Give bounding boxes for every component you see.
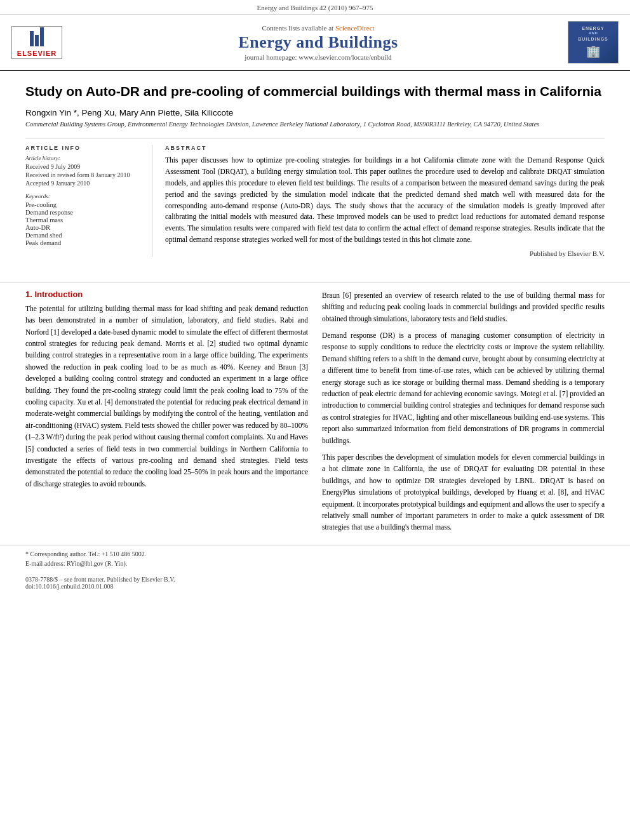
right-paragraph-2: Demand response (DR) is a process of man…	[322, 330, 605, 446]
journal-homepage: journal homepage: www.elsevier.com/locat…	[69, 53, 568, 61]
journal-title: Energy and Buildings	[69, 33, 568, 52]
authors: Rongxin Yin *, Peng Xu, Mary Ann Piette,…	[25, 108, 605, 117]
received-date: Received 9 July 2009	[25, 163, 143, 170]
bottom-bar: 0378-7788/$ – see front matter. Publishe…	[0, 573, 630, 592]
intro-heading: 1. Introduction	[25, 290, 308, 299]
footnote-corresponding: * Corresponding author. Tel.: +1 510 486…	[25, 549, 605, 559]
received-revised-date: Received in revised form 8 January 2010	[25, 171, 143, 178]
elsevier-logo: ELSEVIER	[11, 26, 69, 59]
journal-header: ELSEVIER Contents lists available at Sci…	[0, 15, 630, 71]
right-body-text: Braun [6] presented an overview of resea…	[322, 290, 605, 533]
journal-badge: ENERGY AND BUILDINGS 🏢	[568, 21, 619, 63]
keyword-2: Demand response	[25, 209, 143, 216]
abstract-text: This paper discusses how to optimize pre…	[165, 155, 605, 246]
body-left-col: 1. Introduction The potential for utiliz…	[25, 290, 308, 538]
journal-citation: Energy and Buildings 42 (2010) 967–975	[0, 0, 630, 15]
sciencedirect-line: Contents lists available at ScienceDirec…	[69, 24, 568, 32]
body-section: 1. Introduction The potential for utiliz…	[0, 290, 630, 538]
history-label: Article history:	[25, 155, 143, 161]
keyword-3: Thermal mass	[25, 217, 143, 223]
body-right-col: Braun [6] presented an overview of resea…	[322, 290, 605, 538]
published-by: Published by Elsevier B.V.	[165, 250, 605, 257]
keywords-label: Keywords:	[25, 193, 143, 199]
issn-text: 0378-7788/$ – see front matter. Publishe…	[25, 576, 605, 583]
right-paragraph-1: Braun [6] presented an overview of resea…	[322, 290, 605, 324]
keyword-6: Peak demand	[25, 239, 143, 246]
journal-header-center: Contents lists available at ScienceDirec…	[69, 24, 568, 61]
right-paragraph-3: This paper describes the development of …	[322, 451, 605, 533]
keyword-5: Demand shed	[25, 232, 143, 239]
abstract-label: ABSTRACT	[165, 145, 605, 151]
paper-title: Study on Auto-DR and pre-cooling of comm…	[25, 83, 605, 100]
footnote-email: E-mail address: RYin@lbl.gov (R. Yin).	[25, 559, 605, 568]
footnote-area: * Corresponding author. Tel.: +1 510 486…	[0, 545, 630, 568]
intro-body-text: The potential for utilizing building the…	[25, 303, 308, 490]
affiliation: Commercial Building Systems Group, Envir…	[25, 120, 605, 130]
paper-content: Study on Auto-DR and pre-cooling of comm…	[0, 71, 630, 276]
keywords-section: Keywords: Pre-cooling Demand response Th…	[25, 193, 143, 246]
intro-paragraph-1: The potential for utilizing building the…	[25, 303, 308, 490]
keyword-1: Pre-cooling	[25, 201, 143, 208]
doi-text: doi:10.1016/j.enbuild.2010.01.008	[25, 583, 605, 590]
section-divider	[0, 283, 630, 283]
article-info: ARTICLE INFO Article history: Received 9…	[25, 145, 152, 257]
keyword-4: Auto-DR	[25, 224, 143, 231]
article-info-label: ARTICLE INFO	[25, 145, 143, 151]
accepted-date: Accepted 9 January 2010	[25, 180, 143, 187]
abstract-section: ABSTRACT This paper discusses how to opt…	[165, 145, 605, 257]
article-info-abstract-section: ARTICLE INFO Article history: Received 9…	[25, 138, 605, 257]
